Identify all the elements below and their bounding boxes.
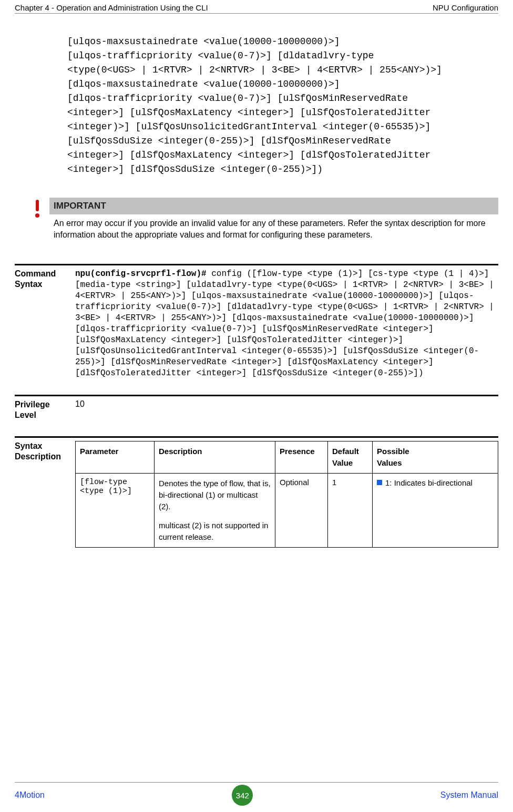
cell-possible: 1: Indicates bi-directional: [373, 474, 498, 548]
footer-right: System Manual: [440, 790, 498, 800]
important-body: An error may occur if you provide an inv…: [49, 214, 498, 244]
page-header: Chapter 4 - Operation and Administration…: [15, 0, 498, 14]
page-footer: 4Motion 342 System Manual: [15, 782, 498, 806]
command-prompt: npu(config-srvcprfl-flow)#: [75, 269, 207, 279]
header-chapter: Chapter 4 - Operation and Administration…: [15, 3, 208, 12]
cell-presence: Optional: [275, 474, 328, 548]
important-title: IMPORTANT: [49, 198, 498, 214]
privilege-value: 10: [75, 399, 498, 420]
syntax-description-section: Syntax Description Parameter Description…: [15, 436, 498, 548]
th-parameter: Parameter: [76, 441, 155, 474]
syntax-desc-label-2: Description: [15, 451, 73, 462]
command-body: config ([flow-type <type (1)>] [cs-type …: [75, 269, 499, 378]
code-block: [ulqos-maxsustainedrate <value(10000-100…: [67, 35, 498, 177]
table-header-row: Parameter Description Presence Default V…: [76, 441, 498, 474]
th-possible: Possible Values: [373, 441, 498, 474]
command-syntax-content: npu(config-srvcprfl-flow)# config ([flow…: [75, 269, 498, 379]
possible-value-text: 1: Indicates bi-directional: [385, 478, 473, 488]
th-description: Description: [155, 441, 275, 474]
table-row: [flow-type <type (1)>] Denotes the type …: [76, 474, 498, 548]
th-presence: Presence: [275, 441, 328, 474]
important-callout: IMPORTANT An error may occur if you prov…: [25, 198, 498, 244]
syntax-desc-label-1: Syntax: [15, 441, 73, 451]
footer-left: 4Motion: [15, 790, 45, 800]
cell-default: 1: [328, 474, 373, 548]
cell-parameter: [flow-type <type (1)>]: [76, 474, 155, 548]
th-default: Default Value: [328, 441, 373, 474]
command-syntax-section: Command Syntax npu(config-srvcprfl-flow)…: [15, 264, 498, 379]
parameter-table: Parameter Description Presence Default V…: [75, 441, 498, 548]
privilege-section: Privilege Level 10: [15, 395, 498, 420]
privilege-label-1: Privilege: [15, 399, 73, 410]
cell-description: Denotes the type of flow, that is, bi-di…: [155, 474, 275, 548]
privilege-label-2: Level: [15, 410, 73, 420]
footer-page-number: 342: [232, 785, 253, 806]
command-syntax-label-1: Command: [15, 269, 73, 279]
command-syntax-label-2: Syntax: [15, 279, 73, 290]
important-icon: [33, 200, 42, 218]
bullet-square-icon: [377, 480, 382, 485]
header-section: NPU Configuration: [433, 3, 498, 12]
